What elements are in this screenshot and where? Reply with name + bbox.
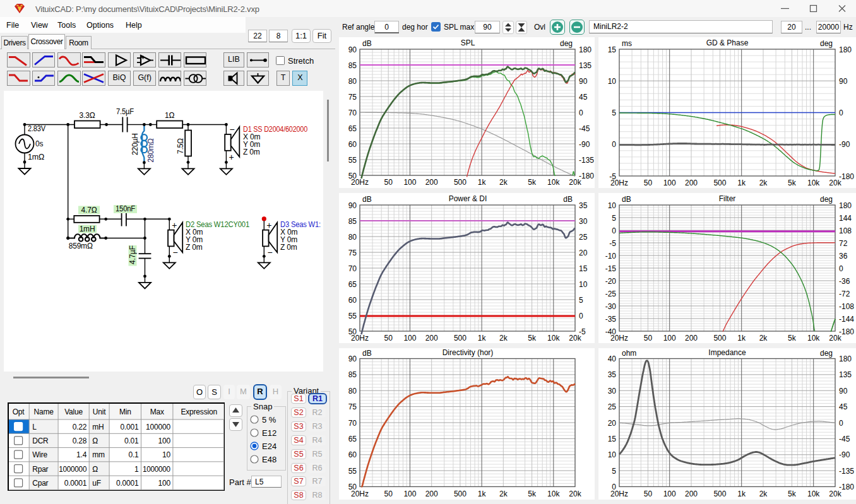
svg-text:Power & DI: Power & DI	[449, 194, 487, 203]
svg-text:15: 15	[608, 45, 617, 54]
svg-text:Expression: Expression	[181, 407, 217, 416]
svg-text:65: 65	[348, 435, 357, 443]
svg-text:Z 0m: Z 0m	[280, 243, 297, 252]
svg-text:36: 36	[839, 252, 848, 261]
svg-text:-35: -35	[605, 315, 617, 324]
svg-text:50: 50	[384, 334, 393, 343]
svg-text:L: L	[32, 423, 37, 431]
svg-text:0.001: 0.001	[120, 423, 139, 431]
svg-text:70: 70	[348, 419, 357, 428]
svg-text:90: 90	[348, 45, 357, 54]
svg-text:200: 200	[685, 489, 698, 498]
svg-text:-72: -72	[839, 290, 850, 298]
svg-text:deg: deg	[560, 39, 573, 48]
svg-text:dB: dB	[362, 39, 372, 48]
svg-text:DCR: DCR	[32, 437, 49, 445]
svg-text:-15: -15	[605, 264, 617, 273]
svg-text:1k: 1k	[737, 489, 746, 498]
svg-text:20Hz: 20Hz	[351, 178, 369, 187]
svg-text:Max: Max	[150, 407, 163, 416]
svg-text:20Hz: 20Hz	[610, 334, 628, 343]
svg-text:10k: 10k	[547, 489, 560, 498]
svg-text:135: 135	[579, 61, 591, 70]
svg-text:-90: -90	[579, 140, 590, 149]
svg-text:0.0001: 0.0001	[64, 479, 86, 488]
svg-text:1k: 1k	[737, 334, 746, 343]
svg-text:deg: deg	[820, 349, 833, 358]
svg-text:5: 5	[579, 296, 583, 305]
svg-text:20k: 20k	[569, 178, 581, 187]
svg-text:GD & Phase: GD & Phase	[706, 38, 749, 47]
svg-text:150nF: 150nF	[116, 204, 135, 213]
svg-text:-10: -10	[605, 252, 617, 261]
svg-text:1k: 1k	[478, 334, 487, 343]
svg-text:Wire: Wire	[32, 450, 47, 459]
svg-text:80: 80	[348, 233, 357, 242]
svg-text:100000: 100000	[146, 423, 170, 431]
svg-text:85: 85	[348, 61, 357, 70]
svg-text:Value: Value	[64, 407, 83, 416]
svg-text:0.01: 0.01	[124, 437, 138, 445]
svg-text:SPL: SPL	[461, 38, 475, 47]
svg-text:Cpar: Cpar	[32, 479, 48, 488]
svg-text:70: 70	[348, 264, 357, 273]
svg-text:5: 5	[612, 108, 616, 117]
svg-text:1k: 1k	[478, 178, 487, 187]
svg-text:85: 85	[348, 217, 357, 226]
svg-text:100: 100	[663, 179, 676, 187]
svg-text:Directivity (hor): Directivity (hor)	[443, 348, 494, 357]
svg-text:75: 75	[348, 402, 357, 411]
svg-text:50: 50	[644, 179, 653, 187]
svg-text:20Hz: 20Hz	[351, 334, 369, 343]
svg-text:200: 200	[425, 489, 438, 498]
svg-text:2k: 2k	[499, 178, 508, 187]
svg-text:5k: 5k	[528, 489, 537, 498]
svg-text:-135: -135	[839, 467, 854, 476]
svg-text:90: 90	[348, 201, 357, 210]
svg-text:Impedance: Impedance	[708, 348, 746, 357]
svg-text:200: 200	[425, 334, 438, 343]
svg-text:2k: 2k	[759, 334, 768, 343]
svg-text:35: 35	[608, 370, 617, 379]
svg-text:200: 200	[685, 334, 698, 343]
svg-text:dB: dB	[563, 195, 573, 204]
svg-text:70: 70	[348, 108, 357, 117]
svg-text:500: 500	[713, 179, 726, 187]
svg-text:ms: ms	[622, 39, 632, 48]
svg-text:15: 15	[608, 435, 617, 443]
svg-text:dB: dB	[622, 195, 631, 204]
svg-text:50: 50	[384, 178, 393, 187]
svg-text:100: 100	[403, 489, 416, 498]
svg-text:Z 0m: Z 0m	[243, 148, 260, 156]
svg-text:−: −	[230, 124, 235, 134]
svg-text:25: 25	[608, 402, 617, 411]
svg-text:50: 50	[384, 489, 393, 498]
svg-text:-5: -5	[609, 239, 616, 248]
svg-text:55: 55	[348, 156, 357, 165]
svg-text:180: 180	[839, 45, 852, 54]
svg-text:15: 15	[579, 264, 588, 273]
svg-text:10k: 10k	[807, 334, 820, 343]
svg-text:60: 60	[348, 140, 357, 149]
svg-text:2k: 2k	[499, 334, 508, 343]
svg-text:1000000: 1000000	[59, 465, 86, 474]
svg-text:55: 55	[348, 467, 357, 476]
svg-text:0: 0	[579, 108, 583, 117]
svg-text:0.0001: 0.0001	[116, 479, 138, 488]
svg-text:4.7Ω: 4.7Ω	[81, 206, 97, 214]
svg-text:80: 80	[348, 77, 357, 86]
svg-text:100: 100	[663, 489, 676, 498]
svg-text:65: 65	[348, 280, 357, 289]
svg-text:-36: -36	[839, 277, 850, 286]
svg-text:100: 100	[158, 479, 170, 488]
svg-text:Min: Min	[119, 407, 131, 416]
svg-text:75: 75	[348, 93, 357, 102]
svg-text:90: 90	[579, 77, 588, 86]
svg-text:Ω: Ω	[92, 465, 98, 474]
svg-text:20k: 20k	[829, 489, 841, 498]
svg-text:1Ω: 1Ω	[165, 111, 174, 120]
svg-text:80: 80	[348, 387, 357, 396]
svg-text:5k: 5k	[788, 334, 797, 343]
svg-text:0: 0	[612, 140, 616, 149]
svg-text:108: 108	[839, 226, 852, 235]
